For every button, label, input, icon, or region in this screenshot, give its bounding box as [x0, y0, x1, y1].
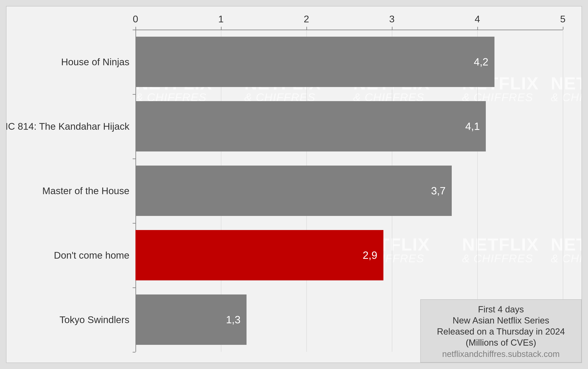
x-tick-label: 3 — [389, 13, 395, 25]
x-tick — [477, 27, 478, 30]
y-tick — [133, 159, 136, 159]
x-tick — [136, 27, 136, 30]
x-tick — [306, 27, 307, 30]
y-tick — [133, 287, 136, 288]
category-label: Master of the House — [42, 185, 129, 196]
category-label: House of Ninjas — [61, 56, 129, 67]
bar-value: 1,3 — [226, 314, 241, 326]
x-tick — [221, 27, 221, 30]
bar-ic-814: 4,1 — [136, 101, 486, 152]
x-tick-label: 2 — [304, 13, 309, 25]
caption-line: New Asian Netflix Series — [429, 315, 573, 326]
bar-master-of-the-house: 3,7 — [136, 165, 452, 216]
x-axis — [136, 30, 563, 30]
bar-tokyo-swindlers: 1,3 — [136, 295, 247, 345]
x-tick-label: 1 — [218, 13, 224, 25]
caption-source: netflixandchiffres.substack.com — [429, 349, 573, 359]
x-tick-label: 0 — [133, 13, 138, 25]
caption-line: First 4 days — [429, 304, 573, 315]
x-tick — [392, 27, 392, 30]
category-label: Tokyo Swindlers — [60, 314, 129, 325]
chart-panel: NETFLIX & CHIFFRES NETFLIX & CHIFFRES NE… — [6, 6, 582, 363]
caption-line: Released on a Thursday in 2024 — [429, 326, 573, 337]
category-label: Don't come home — [54, 250, 129, 261]
bar-value: 4,2 — [474, 56, 488, 68]
category-label: IC 814: The Kandahar Hijack — [6, 121, 129, 132]
x-tick-label: 5 — [560, 13, 566, 25]
x-tick — [563, 27, 563, 30]
chart-caption: First 4 days New Asian Netflix Series Re… — [420, 299, 582, 363]
x-tick-label: 4 — [475, 13, 480, 25]
y-tick — [133, 94, 136, 95]
bar-value: 4,1 — [465, 120, 480, 132]
y-tick — [133, 30, 136, 30]
y-tick — [133, 352, 136, 352]
bar-house-of-ninjas: 4,2 — [136, 37, 494, 87]
bar-value: 2,9 — [363, 249, 377, 261]
y-tick — [133, 223, 136, 224]
caption-line: (Millions of CVEs) — [429, 337, 573, 348]
bar-dont-come-home: 2,9 — [136, 230, 383, 280]
bar-value: 3,7 — [431, 185, 446, 197]
